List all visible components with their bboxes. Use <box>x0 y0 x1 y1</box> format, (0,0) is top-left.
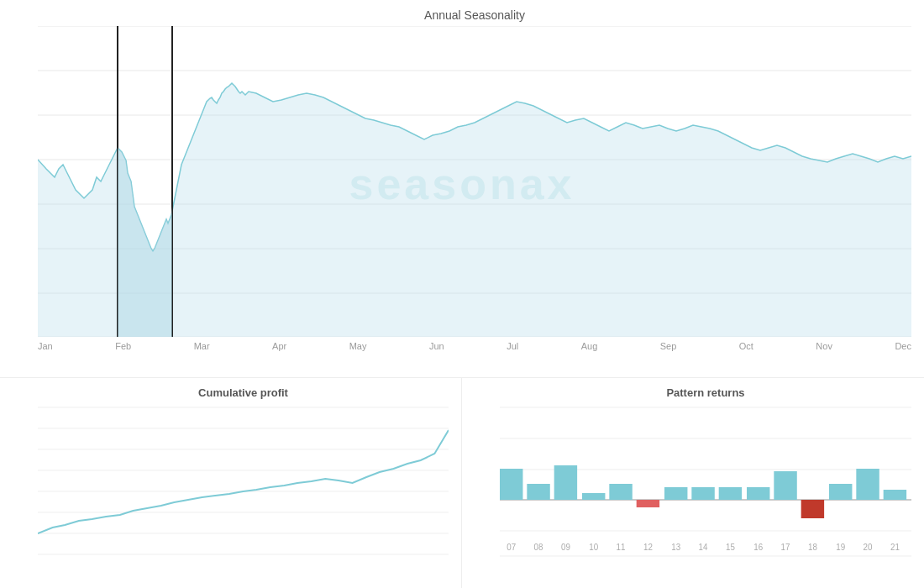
top-chart-area: 102 101 100 99 98 97 96 <box>38 26 911 337</box>
svg-rect-66 <box>527 484 549 500</box>
svg-rect-73 <box>719 487 742 500</box>
cumulative-profit-chart: Cumulative profit 220 200 180 160 140 12… <box>0 378 462 588</box>
x-label-dec: Dec <box>895 341 911 351</box>
x-label-oct: Oct <box>739 341 753 351</box>
svg-text:08: 08 <box>534 543 543 552</box>
svg-text:14: 14 <box>699 543 708 552</box>
svg-text:19: 19 <box>836 543 845 552</box>
svg-text:15: 15 <box>726 543 735 552</box>
x-label-feb: Feb <box>115 341 131 351</box>
svg-rect-65 <box>500 469 522 500</box>
svg-text:09: 09 <box>561 543 570 552</box>
svg-rect-77 <box>829 484 852 500</box>
bottom-section: Cumulative profit 220 200 180 160 140 12… <box>0 378 924 588</box>
svg-text:20: 20 <box>864 543 873 552</box>
top-chart-title: Annual Seasonality <box>38 8 911 22</box>
x-label-jun: Jun <box>429 341 444 351</box>
svg-text:11: 11 <box>617 543 626 552</box>
svg-rect-70 <box>637 500 659 507</box>
svg-rect-68 <box>582 493 605 500</box>
svg-text:21: 21 <box>890 543 900 552</box>
cumulative-profit-svg: 220 200 180 160 140 120 100 80 <box>38 403 449 559</box>
svg-rect-72 <box>691 487 714 500</box>
top-chart-x-labels: Jan Feb Mar Apr May Jun Jul Aug Sep Oct … <box>38 337 911 351</box>
svg-rect-74 <box>747 487 769 500</box>
main-container: Annual Seasonality seasonax 102 101 100 <box>0 0 924 588</box>
svg-rect-71 <box>664 487 687 500</box>
svg-text:07: 07 <box>507 543 516 552</box>
svg-text:18: 18 <box>808 543 817 552</box>
svg-text:13: 13 <box>671 543 680 552</box>
svg-rect-67 <box>554 465 577 500</box>
x-label-aug: Aug <box>581 341 598 351</box>
cumulative-profit-title: Cumulative profit <box>38 386 449 399</box>
svg-text:12: 12 <box>643 543 653 552</box>
x-label-nov: Nov <box>816 341 832 351</box>
svg-text:10: 10 <box>589 543 598 552</box>
svg-rect-78 <box>856 469 879 500</box>
top-chart: Annual Seasonality seasonax 102 101 100 <box>0 0 924 378</box>
x-label-sep: Sep <box>660 341 677 351</box>
pattern-returns-chart: Pattern returns 15 10 5 0 -5 -10 <box>462 378 924 588</box>
x-label-jul: Jul <box>507 341 518 351</box>
svg-rect-79 <box>884 490 906 500</box>
pattern-returns-title: Pattern returns <box>500 386 911 399</box>
pattern-returns-svg: 15 10 5 0 -5 -10 <box>500 403 911 559</box>
svg-text:17: 17 <box>781 543 790 552</box>
svg-rect-76 <box>801 500 824 518</box>
top-chart-svg: 102 101 100 99 98 97 96 <box>38 26 911 337</box>
x-label-apr: Apr <box>272 341 286 351</box>
x-label-jan: Jan <box>38 341 53 351</box>
svg-rect-75 <box>774 471 796 500</box>
svg-text:16: 16 <box>753 543 763 552</box>
x-label-mar: Mar <box>194 341 210 351</box>
svg-rect-69 <box>609 484 632 500</box>
x-label-may: May <box>349 341 367 351</box>
